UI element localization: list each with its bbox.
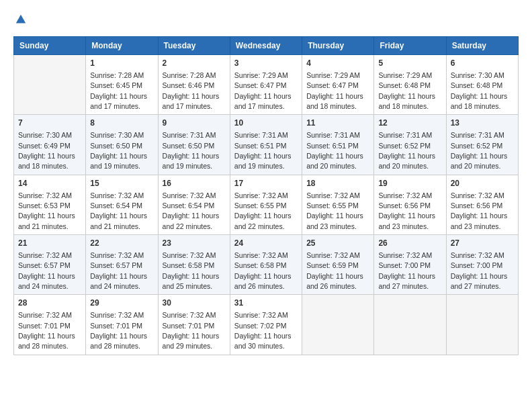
calendar-cell: 20 Sunrise: 7:32 AMSunset: 6:56 PMDaylig… xyxy=(446,175,518,234)
day-number: 15 xyxy=(90,178,153,189)
day-info: Sunrise: 7:31 AMSunset: 6:51 PMDaylight:… xyxy=(306,131,363,170)
calendar-week-row: 1 Sunrise: 7:28 AMSunset: 6:45 PMDayligh… xyxy=(14,55,519,115)
day-info: Sunrise: 7:32 AMSunset: 7:01 PMDaylight:… xyxy=(18,311,75,350)
day-number: 2 xyxy=(163,58,226,69)
day-number: 5 xyxy=(378,58,441,69)
calendar-cell xyxy=(374,295,446,355)
calendar-cell: 7 Sunrise: 7:30 AMSunset: 6:49 PMDayligh… xyxy=(14,115,86,175)
day-number: 10 xyxy=(234,118,298,129)
calendar-cell: 29 Sunrise: 7:32 AMSunset: 7:01 PMDaylig… xyxy=(86,295,158,355)
day-number: 11 xyxy=(306,118,369,129)
calendar-cell: 19 Sunrise: 7:32 AMSunset: 6:56 PMDaylig… xyxy=(374,175,446,234)
day-info: Sunrise: 7:31 AMSunset: 6:52 PMDaylight:… xyxy=(451,131,508,170)
day-info: Sunrise: 7:30 AMSunset: 6:49 PMDaylight:… xyxy=(18,131,75,170)
day-info: Sunrise: 7:32 AMSunset: 6:58 PMDaylight:… xyxy=(234,251,292,290)
calendar-cell: 22 Sunrise: 7:32 AMSunset: 6:57 PMDaylig… xyxy=(86,235,158,295)
weekday-header-monday: Monday xyxy=(86,37,158,55)
calendar-cell: 16 Sunrise: 7:32 AMSunset: 6:54 PMDaylig… xyxy=(158,175,230,234)
day-info: Sunrise: 7:32 AMSunset: 6:56 PMDaylight:… xyxy=(451,191,508,230)
calendar-table: SundayMondayTuesdayWednesdayThursdayFrid… xyxy=(13,36,519,355)
calendar-cell: 9 Sunrise: 7:31 AMSunset: 6:50 PMDayligh… xyxy=(158,115,230,175)
day-info: Sunrise: 7:32 AMSunset: 6:53 PMDaylight:… xyxy=(18,191,75,230)
day-info: Sunrise: 7:29 AMSunset: 6:47 PMDaylight:… xyxy=(234,71,292,110)
calendar-week-row: 7 Sunrise: 7:30 AMSunset: 6:49 PMDayligh… xyxy=(14,115,519,175)
calendar-cell: 26 Sunrise: 7:32 AMSunset: 7:00 PMDaylig… xyxy=(374,235,446,295)
weekday-header-saturday: Saturday xyxy=(446,37,518,55)
day-number: 17 xyxy=(234,178,298,189)
calendar-cell xyxy=(446,295,518,355)
day-number: 31 xyxy=(234,298,298,309)
day-info: Sunrise: 7:32 AMSunset: 6:56 PMDaylight:… xyxy=(378,191,435,230)
page-header xyxy=(13,13,519,26)
calendar-cell: 25 Sunrise: 7:32 AMSunset: 6:59 PMDaylig… xyxy=(302,235,374,295)
day-info: Sunrise: 7:32 AMSunset: 7:01 PMDaylight:… xyxy=(163,311,220,350)
day-number: 4 xyxy=(306,58,369,69)
day-info: Sunrise: 7:28 AMSunset: 6:45 PMDaylight:… xyxy=(90,71,147,110)
calendar-cell: 18 Sunrise: 7:32 AMSunset: 6:55 PMDaylig… xyxy=(302,175,374,234)
day-number: 28 xyxy=(18,298,81,309)
day-info: Sunrise: 7:32 AMSunset: 6:55 PMDaylight:… xyxy=(234,191,292,230)
day-number: 13 xyxy=(451,118,514,129)
day-number: 9 xyxy=(163,118,226,129)
day-info: Sunrise: 7:29 AMSunset: 6:47 PMDaylight:… xyxy=(306,71,363,110)
calendar-cell xyxy=(14,55,86,115)
calendar-week-row: 14 Sunrise: 7:32 AMSunset: 6:53 PMDaylig… xyxy=(14,175,519,234)
day-number: 24 xyxy=(234,238,298,249)
weekday-header-friday: Friday xyxy=(374,37,446,55)
day-info: Sunrise: 7:30 AMSunset: 6:48 PMDaylight:… xyxy=(451,71,508,110)
day-info: Sunrise: 7:29 AMSunset: 6:48 PMDaylight:… xyxy=(378,71,435,110)
weekday-header-thursday: Thursday xyxy=(302,37,374,55)
day-number: 19 xyxy=(378,178,441,189)
day-info: Sunrise: 7:32 AMSunset: 7:00 PMDaylight:… xyxy=(378,251,435,290)
calendar-cell: 14 Sunrise: 7:32 AMSunset: 6:53 PMDaylig… xyxy=(14,175,86,234)
day-number: 25 xyxy=(306,238,369,249)
calendar-cell xyxy=(302,295,374,355)
calendar-cell: 24 Sunrise: 7:32 AMSunset: 6:58 PMDaylig… xyxy=(230,235,302,295)
day-info: Sunrise: 7:28 AMSunset: 6:46 PMDaylight:… xyxy=(163,71,220,110)
calendar-cell: 1 Sunrise: 7:28 AMSunset: 6:45 PMDayligh… xyxy=(86,55,158,115)
weekday-header-tuesday: Tuesday xyxy=(158,37,230,55)
calendar-cell: 23 Sunrise: 7:32 AMSunset: 6:58 PMDaylig… xyxy=(158,235,230,295)
calendar-cell: 13 Sunrise: 7:31 AMSunset: 6:52 PMDaylig… xyxy=(446,115,518,175)
day-number: 3 xyxy=(234,58,298,69)
weekday-header-sunday: Sunday xyxy=(14,37,86,55)
day-info: Sunrise: 7:32 AMSunset: 6:54 PMDaylight:… xyxy=(163,191,220,230)
calendar-cell: 2 Sunrise: 7:28 AMSunset: 6:46 PMDayligh… xyxy=(158,55,230,115)
day-number: 18 xyxy=(306,178,369,189)
calendar-cell: 31 Sunrise: 7:32 AMSunset: 7:02 PMDaylig… xyxy=(230,295,302,355)
logo-icon xyxy=(15,13,27,26)
calendar-week-row: 28 Sunrise: 7:32 AMSunset: 7:01 PMDaylig… xyxy=(14,295,519,355)
day-info: Sunrise: 7:30 AMSunset: 6:50 PMDaylight:… xyxy=(90,131,147,170)
calendar-cell: 8 Sunrise: 7:30 AMSunset: 6:50 PMDayligh… xyxy=(86,115,158,175)
calendar-cell: 28 Sunrise: 7:32 AMSunset: 7:01 PMDaylig… xyxy=(14,295,86,355)
calendar-cell: 3 Sunrise: 7:29 AMSunset: 6:47 PMDayligh… xyxy=(230,55,302,115)
calendar-cell: 21 Sunrise: 7:32 AMSunset: 6:57 PMDaylig… xyxy=(14,235,86,295)
day-number: 21 xyxy=(18,238,81,249)
day-info: Sunrise: 7:32 AMSunset: 7:02 PMDaylight:… xyxy=(234,311,292,350)
calendar-cell: 4 Sunrise: 7:29 AMSunset: 6:47 PMDayligh… xyxy=(302,55,374,115)
calendar-cell: 12 Sunrise: 7:31 AMSunset: 6:52 PMDaylig… xyxy=(374,115,446,175)
day-info: Sunrise: 7:32 AMSunset: 7:01 PMDaylight:… xyxy=(90,311,147,350)
calendar-cell: 5 Sunrise: 7:29 AMSunset: 6:48 PMDayligh… xyxy=(374,55,446,115)
day-info: Sunrise: 7:32 AMSunset: 6:58 PMDaylight:… xyxy=(163,251,220,290)
day-number: 12 xyxy=(378,118,441,129)
calendar-week-row: 21 Sunrise: 7:32 AMSunset: 6:57 PMDaylig… xyxy=(14,235,519,295)
day-number: 16 xyxy=(163,178,226,189)
calendar-cell: 6 Sunrise: 7:30 AMSunset: 6:48 PMDayligh… xyxy=(446,55,518,115)
day-info: Sunrise: 7:32 AMSunset: 6:57 PMDaylight:… xyxy=(90,251,147,290)
calendar-cell: 30 Sunrise: 7:32 AMSunset: 7:01 PMDaylig… xyxy=(158,295,230,355)
day-info: Sunrise: 7:32 AMSunset: 6:59 PMDaylight:… xyxy=(306,251,363,290)
day-number: 7 xyxy=(18,118,81,129)
day-number: 14 xyxy=(18,178,81,189)
weekday-header-wednesday: Wednesday xyxy=(230,37,302,55)
svg-marker-0 xyxy=(16,15,26,24)
day-number: 6 xyxy=(451,58,514,69)
day-number: 1 xyxy=(90,58,153,69)
day-info: Sunrise: 7:31 AMSunset: 6:51 PMDaylight:… xyxy=(234,131,292,170)
calendar-cell: 27 Sunrise: 7:32 AMSunset: 7:00 PMDaylig… xyxy=(446,235,518,295)
day-info: Sunrise: 7:32 AMSunset: 6:55 PMDaylight:… xyxy=(306,191,363,230)
day-number: 8 xyxy=(90,118,153,129)
logo xyxy=(13,13,27,26)
day-info: Sunrise: 7:31 AMSunset: 6:52 PMDaylight:… xyxy=(378,131,435,170)
calendar-cell: 17 Sunrise: 7:32 AMSunset: 6:55 PMDaylig… xyxy=(230,175,302,234)
